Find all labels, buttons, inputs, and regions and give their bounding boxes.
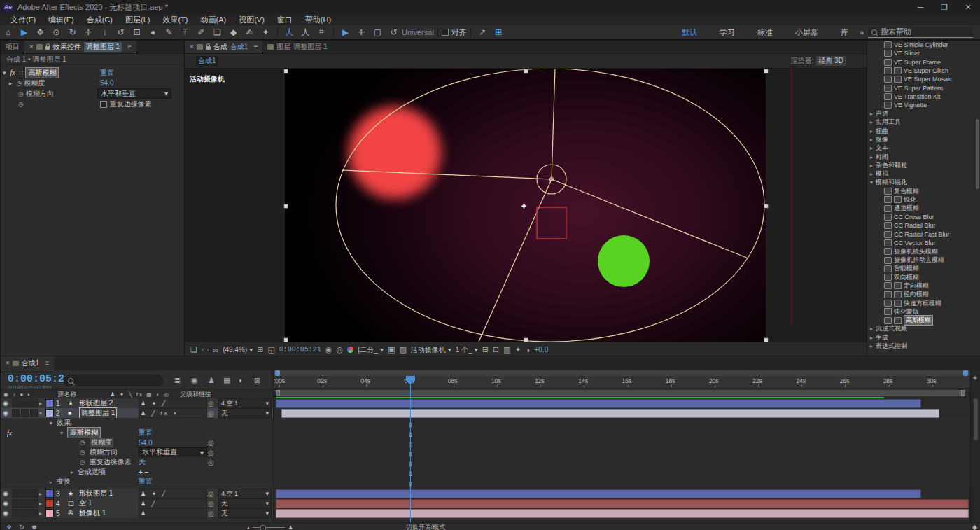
collapse-chevron-icon[interactable]: ▾ <box>50 420 52 426</box>
expand-chevron-icon[interactable] <box>870 154 876 160</box>
layer-bar-4[interactable] <box>276 499 969 508</box>
tab-timeline-comp[interactable]: × 合成1 ≡ <box>1 356 54 370</box>
effects-list-item[interactable]: VE Slicer <box>867 49 980 57</box>
track-z-camera-icon[interactable]: ▢ <box>370 27 386 37</box>
selection-tool-icon[interactable]: ▶ <box>16 27 32 37</box>
blurriness-property-row[interactable]: ◷ 模糊度 54.0 ◎ <box>1 438 273 448</box>
view-layout-dropdown[interactable]: 1 个_▾ <box>456 345 478 355</box>
clone-stamp-tool-icon[interactable]: ❏ <box>209 27 225 37</box>
parent-dropdown[interactable]: 无▾ <box>218 408 272 418</box>
stopwatch-icon[interactable]: ◷ <box>18 101 24 108</box>
work-area-start-handle[interactable] <box>276 390 280 396</box>
glasses-icon[interactable]: ∞ <box>213 346 218 354</box>
repeat-edge-property-row[interactable]: ◷ 重复边缘像素 关 ◎ <box>1 457 273 468</box>
effects-list-item[interactable]: 模糊和锐化 <box>867 179 980 187</box>
parent-link-column[interactable]: 父级和链接 <box>180 390 211 399</box>
layer-handle[interactable] <box>764 204 769 209</box>
pen-tool-icon[interactable]: ✎ <box>161 27 177 37</box>
rotation-tool-icon[interactable]: ↺ <box>113 27 129 37</box>
effects-list-item[interactable]: 扭曲 <box>867 127 980 135</box>
work-area-end-handle[interactable] <box>961 390 965 396</box>
effects-list-item[interactable]: CC Vector Blur <box>867 239 980 247</box>
exposure-reset-icon[interactable]: ◑ <box>526 346 531 354</box>
blur-direction-property-row[interactable]: ◷ 模糊方向 水平和垂直▾ ◎ <box>1 447 273 458</box>
layers-panel-icon[interactable]: ❏ <box>190 345 197 354</box>
layer-handle[interactable] <box>524 337 528 342</box>
panel-menu-icon[interactable]: ≡ <box>127 43 132 50</box>
lock-icon[interactable] <box>46 46 50 50</box>
safe-margins-icon[interactable]: ⊞ <box>257 345 263 354</box>
gaussian-blur-effect-row[interactable]: fx ▾ 高斯模糊 重置 <box>1 428 273 438</box>
draft-3d-icon[interactable]: ◉ <box>191 376 198 385</box>
timeline-vertical-scrollbar[interactable] <box>974 398 978 440</box>
layer-row-5[interactable]: ◉ ▸ 5 ✇ 摄像机 1 ♟ ◎ 无▾ <box>1 508 273 519</box>
effects-list-item[interactable]: 双向模糊 <box>867 273 980 281</box>
menu-help[interactable]: 帮助(H) <box>299 15 337 25</box>
live-update-icon[interactable]: ❖ <box>6 524 12 530</box>
effects-list-item[interactable]: 文本 <box>867 144 980 153</box>
transform-group-row[interactable]: ▸ 变换 重置 <box>1 477 273 487</box>
effects-list-item[interactable]: VE Vignette <box>867 101 980 109</box>
effects-list-item[interactable]: 表达式控制 <box>867 342 980 350</box>
reset-link[interactable]: 重置 <box>100 68 114 78</box>
tab-effect-controls[interactable]: × 效果控件 调整图层 1 ≡ <box>24 41 136 53</box>
layer-name[interactable]: 形状图层 2 <box>79 398 113 408</box>
effects-list-item[interactable]: VE Super Mosaic <box>867 75 980 83</box>
parent-pickwhip-icon[interactable]: ◎ <box>208 410 214 417</box>
repeat-edge-checkbox[interactable] <box>100 101 107 108</box>
resize-grip-icon[interactable]: ◆ <box>972 524 977 530</box>
magnification-dropdown[interactable]: (49.4%)▾ <box>223 346 253 354</box>
layer-row-3[interactable]: ◉ ▸ 3 ★ 形状图层 1 ♟ ✦ ╱ ◎ 4.空 1▾ <box>1 489 273 499</box>
effects-list-item[interactable]: 摄像机镜头模糊 <box>867 247 980 256</box>
effects-list-item[interactable]: 复合模糊 <box>867 187 980 195</box>
eye-icon[interactable]: ◉ <box>3 500 8 507</box>
shape-tool-icon[interactable]: ● <box>145 27 161 37</box>
resolution-dropdown[interactable]: (二分_▾ <box>358 345 384 355</box>
expand-chevron-icon[interactable]: ▸ <box>39 400 42 407</box>
parent-dropdown[interactable]: 4.空 1▾ <box>218 398 272 408</box>
effects-list-item[interactable]: 锐化 <box>867 195 980 204</box>
menu-window[interactable]: 窗口 <box>271 15 299 25</box>
collapse-chevron-icon[interactable]: ▾ <box>60 430 63 436</box>
snapshot-camera-icon[interactable]: ◉ <box>326 345 332 354</box>
expand-chevron-icon[interactable]: ▸ <box>50 479 52 485</box>
layer-row-4[interactable]: ◉ ▸ 4 ▢ 空 1 ♟ ╱ ◎ 无▾ <box>1 498 273 509</box>
comp-marker-icon[interactable]: ◈ <box>973 375 977 381</box>
effects-list-item[interactable]: 时间 <box>867 153 980 161</box>
layer-color-swatch[interactable] <box>46 409 54 417</box>
auto-keyframe-icon[interactable]: ↻ <box>19 524 24 530</box>
zoom-slider-knob[interactable] <box>260 525 266 530</box>
layer-switches[interactable]: ♟ ╱ fx ◑ <box>139 408 207 418</box>
dolly-camera-tool-icon[interactable]: ↓ <box>97 27 113 37</box>
minimize-button[interactable]: ─ <box>909 3 932 12</box>
toggle-switches-modes-button[interactable]: 切换开关/模式 <box>406 523 446 530</box>
current-timecode[interactable]: 0:00:05:21 <box>8 373 71 385</box>
world-axis-mode-icon[interactable]: 人 <box>298 27 314 39</box>
close-button[interactable]: ✕ <box>956 3 980 12</box>
layer-switches[interactable]: ♟ ✦ ╱ <box>139 398 207 408</box>
mask-visibility-icon[interactable]: ◱ <box>267 345 274 354</box>
navigator-start-handle[interactable] <box>275 370 280 376</box>
parent-dropdown[interactable]: 无▾ <box>218 498 272 508</box>
eye-icon[interactable]: ◉ <box>3 510 8 517</box>
effects-list-item[interactable]: 模拟 <box>867 169 980 178</box>
monitor-icon[interactable]: ▭ <box>202 345 209 354</box>
menu-layer[interactable]: 图层(L) <box>119 15 156 25</box>
effects-list-item[interactable]: 实用工具 <box>867 118 980 127</box>
expand-chevron-icon[interactable] <box>870 145 876 151</box>
orbit-camera-tool-icon[interactable]: ↻ <box>64 27 80 37</box>
layer-name[interactable]: 摄像机 1 <box>79 508 106 518</box>
effects-list-item[interactable]: 定向模糊 <box>867 281 980 290</box>
blurriness-value[interactable]: 54.0 <box>139 439 152 447</box>
viewer-viewport[interactable]: 活动摄像机 ✦ <box>185 69 867 342</box>
snapping-icon[interactable]: ↗ <box>475 27 491 37</box>
effects-list-item[interactable]: VE Super Glitch <box>867 67 980 75</box>
pan-behind-tool-icon[interactable]: ⊡ <box>129 27 145 37</box>
current-time-indicator-line[interactable] <box>410 376 411 522</box>
tab-composition[interactable]: × 合成 合成1 ≡ <box>185 41 262 53</box>
viewer-timecode[interactable]: 0:00:05:21 <box>279 346 321 354</box>
brush-tool-icon[interactable]: ✐ <box>193 27 209 37</box>
effects-list-item[interactable]: 生成 <box>867 333 980 342</box>
expand-chevron-icon[interactable] <box>870 137 876 143</box>
unified-camera-arrow-icon[interactable]: ▶ <box>337 27 354 37</box>
